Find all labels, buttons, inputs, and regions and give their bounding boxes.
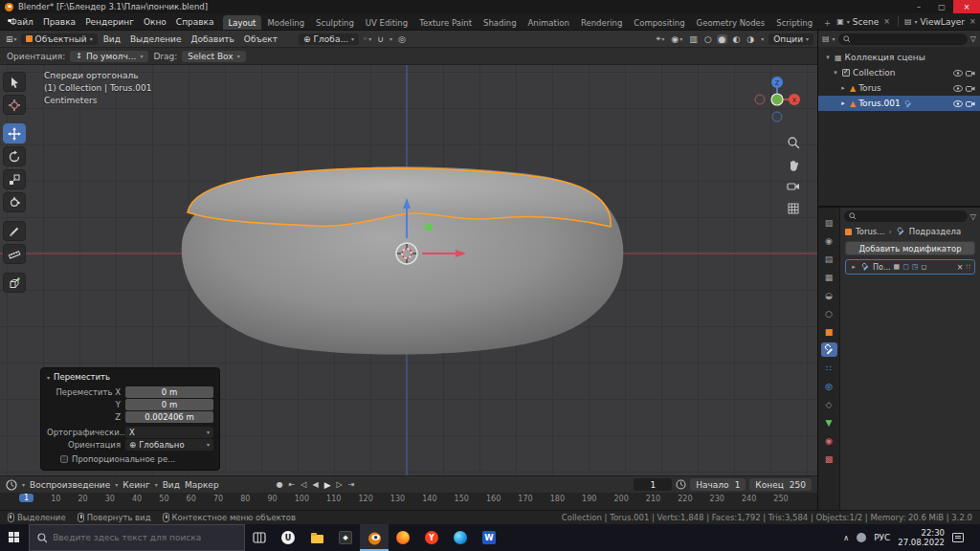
tab-tool-icon[interactable]: ▨ — [821, 215, 837, 230]
tab-texture-icon[interactable]: ▩ — [821, 452, 837, 466]
scene-name[interactable]: Scene — [853, 17, 879, 27]
3d-viewport[interactable]: Спереди ортогональ (1) Collection | Toru… — [0, 65, 817, 475]
overlays-toggle-icon[interactable]: ◉▾ — [669, 34, 684, 44]
outliner-row-collection[interactable]: ▾ Collection — [818, 65, 980, 80]
taskbar-search-input[interactable] — [53, 533, 236, 542]
yandex-browser-icon[interactable]: Y — [417, 524, 446, 551]
outliner-display-caret[interactable]: ▾ — [833, 35, 835, 42]
zoom-icon[interactable] — [787, 136, 800, 149]
proportional-editing-checkbox[interactable] — [60, 455, 68, 463]
xray-toggle-icon[interactable]: ▥ — [687, 34, 700, 44]
hide-eye-icon[interactable] — [953, 100, 963, 107]
proportional-editing-icon[interactable]: ◎ — [396, 34, 408, 44]
move-x-field[interactable]: 0 m — [125, 386, 213, 398]
add-cube-tool[interactable] — [3, 273, 26, 293]
menu-select[interactable]: Выделение — [126, 34, 186, 44]
generic-dark-app-icon[interactable]: ◆ — [331, 524, 360, 551]
tab-texture-paint[interactable]: Texture Paint — [413, 15, 478, 30]
measure-tool[interactable] — [3, 244, 26, 264]
timeline-editor-icon[interactable] — [6, 479, 17, 491]
shading-options-caret[interactable]: ▾ — [759, 35, 766, 42]
tray-app-icon[interactable] — [857, 533, 866, 542]
blender-taskbar-icon[interactable] — [360, 524, 389, 551]
unreal-engine-icon[interactable]: U — [274, 524, 302, 551]
jump-to-start-button[interactable]: ⇤ — [289, 480, 296, 489]
annotate-tool[interactable] — [3, 221, 26, 241]
shading-solid-icon[interactable]: ● — [717, 34, 728, 44]
tab-material-icon[interactable]: ◉ — [821, 433, 837, 448]
tab-object-data-icon[interactable]: ▼ — [821, 415, 837, 430]
move-y-field[interactable]: 0 m — [125, 399, 213, 410]
next-keyframe-button[interactable]: ▷ — [337, 480, 343, 489]
current-frame-field[interactable]: 1 — [634, 478, 672, 491]
tab-layout[interactable]: Layout — [223, 15, 262, 30]
axis-constraint-dropdown[interactable]: X ▾ — [125, 427, 213, 438]
menu-render[interactable]: Рендеринг — [80, 17, 139, 27]
current-frame-marker[interactable]: 1 — [19, 494, 33, 502]
realtime-display-toggle[interactable]: ▢ — [902, 263, 909, 271]
view-layer-dropdown-caret[interactable]: ▾ — [915, 18, 918, 25]
word-icon[interactable]: W — [475, 524, 503, 551]
maximize-button[interactable]: ▢ — [930, 0, 953, 13]
options-dropdown[interactable]: Опции ▾ — [768, 33, 813, 45]
add-workspace-button[interactable]: + — [818, 15, 836, 30]
action-center-icon[interactable] — [952, 533, 964, 542]
transform-orientation-dropdown[interactable]: ⊕ Глоба... ▾ — [299, 33, 359, 45]
shading-rendered-icon[interactable]: ◑ — [745, 34, 756, 44]
start-button[interactable] — [0, 524, 29, 551]
timeline-ruler[interactable]: 1 10 20 30 40 50 60 70 80 90 100 110 120… — [0, 493, 817, 510]
menu-object[interactable]: Объект — [240, 34, 281, 44]
gizmos-toggle-icon[interactable]: ⌖▾ — [654, 33, 666, 44]
scale-tool[interactable] — [3, 169, 26, 189]
view-layer-icon[interactable]: ▤ — [904, 17, 912, 26]
collection-checkbox-icon[interactable] — [842, 69, 850, 77]
snap-options-caret[interactable]: ▾ — [388, 35, 394, 42]
tray-expand-chevron[interactable]: ∧ — [843, 534, 849, 542]
camera-view-icon[interactable] — [787, 180, 800, 193]
menu-timeline-view[interactable]: Вид — [163, 480, 180, 490]
tab-modifiers-icon[interactable] — [821, 342, 837, 357]
op-orientation-dropdown[interactable]: ⊕ Глобально ▾ — [125, 439, 213, 451]
menu-playback[interactable]: Воспроизведение — [30, 480, 110, 490]
outliner-row-torus[interactable]: ▸ ▲ Torus — [818, 80, 980, 96]
task-view-button[interactable] — [245, 524, 274, 551]
move-z-field[interactable]: 0.002406 m — [125, 411, 213, 423]
scene-icon[interactable]: ▣ — [836, 17, 844, 26]
menu-keying[interactable]: Кеинг — [122, 480, 149, 490]
disable-render-camera-icon[interactable] — [966, 85, 975, 92]
properties-search-input[interactable] — [858, 212, 963, 221]
tab-view-layer-icon[interactable]: ▦ — [821, 270, 837, 284]
menu-help[interactable]: Справка — [171, 17, 219, 27]
navigation-gizmo[interactable]: Z X — [750, 73, 804, 128]
tab-geometry-nodes[interactable]: Geometry Nodes — [691, 15, 771, 30]
modifier-remove-button[interactable]: × — [957, 263, 964, 272]
cursor-tool[interactable] — [3, 95, 26, 115]
tab-rendering[interactable]: Rendering — [575, 15, 628, 30]
cage-display-toggle[interactable]: ◻ — [921, 263, 926, 271]
outliner-display-mode-icon[interactable]: ▤ — [822, 34, 830, 43]
outliner-search-box[interactable] — [838, 33, 968, 45]
outliner-search-input[interactable] — [853, 34, 963, 43]
close-button[interactable]: × — [953, 0, 980, 13]
orientation-setting-dropdown[interactable]: ↕ По умолч... ▾ — [70, 51, 148, 62]
frame-end-field[interactable]: Конец 250 — [749, 478, 812, 491]
tab-particles-icon[interactable]: ∷ — [821, 361, 837, 375]
menu-edit[interactable]: Правка — [38, 17, 80, 27]
tab-render-icon[interactable]: ◉ — [821, 233, 837, 248]
properties-search-box[interactable] — [844, 210, 968, 222]
add-modifier-button[interactable]: Добавить модификатор — [845, 241, 975, 255]
pan-hand-icon[interactable] — [787, 158, 800, 171]
prev-keyframe-button[interactable]: ◁ — [301, 480, 306, 489]
timeline-editor-caret[interactable]: ▾ — [22, 481, 25, 488]
taskbar-clock[interactable]: 22:30 27.08.2022 — [898, 528, 945, 547]
transform-tool[interactable] — [3, 192, 26, 212]
mode-dropdown[interactable]: Объектный ▾ — [21, 33, 98, 45]
hide-eye-icon[interactable] — [953, 85, 963, 92]
menu-marker[interactable]: Маркер — [185, 480, 219, 490]
filter-icon[interactable]: ▽ — [970, 34, 976, 43]
tab-uv-editing[interactable]: UV Editing — [360, 15, 413, 30]
menu-window[interactable]: Окно — [139, 17, 171, 27]
play-reverse-button[interactable]: ◀ — [312, 480, 318, 489]
tab-animation[interactable]: Animation — [523, 15, 575, 30]
tab-object-icon[interactable]: ■ — [821, 324, 837, 339]
